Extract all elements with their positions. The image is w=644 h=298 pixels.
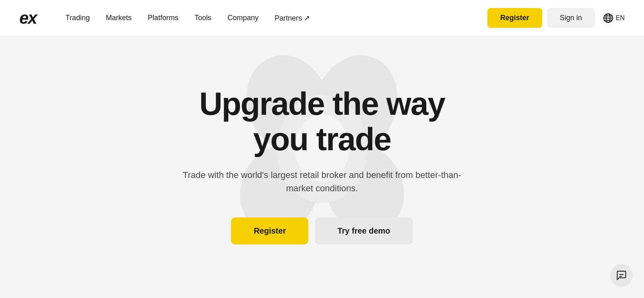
nav-tools[interactable]: Tools (188, 10, 218, 25)
chat-icon (616, 270, 627, 281)
nav-links: Trading Markets Platforms Tools Company … (59, 10, 487, 26)
hero-subtitle: Trade with the world's largest retail br… (181, 168, 463, 195)
logo[interactable]: ex (19, 8, 37, 28)
try-demo-button[interactable]: Try free demo (315, 217, 413, 244)
chat-bubble-button[interactable] (610, 264, 633, 287)
nav-company[interactable]: Company (221, 10, 265, 25)
nav-actions: Register Sign in EN (487, 8, 625, 28)
language-label: EN (616, 14, 625, 22)
register-button-hero[interactable]: Register (231, 217, 308, 244)
hero-title: Upgrade the way you trade (199, 86, 445, 157)
hero-title-line1: Upgrade the way (199, 86, 445, 122)
nav-trading[interactable]: Trading (59, 10, 96, 25)
navbar: ex Trading Markets Platforms Tools Compa… (0, 0, 644, 36)
register-button-nav[interactable]: Register (487, 8, 542, 28)
nav-partners[interactable]: Partners ↗ (268, 10, 316, 26)
hero-buttons: Register Try free demo (231, 217, 413, 244)
language-selector[interactable]: EN (603, 13, 625, 23)
nav-platforms[interactable]: Platforms (141, 10, 185, 25)
hero-section: Upgrade the way you trade Trade with the… (0, 0, 644, 298)
hero-content: Upgrade the way you trade Trade with the… (181, 86, 463, 244)
nav-markets[interactable]: Markets (99, 10, 138, 25)
hero-title-line2: you trade (253, 121, 391, 157)
signin-button[interactable]: Sign in (547, 8, 595, 28)
globe-icon (603, 13, 613, 23)
